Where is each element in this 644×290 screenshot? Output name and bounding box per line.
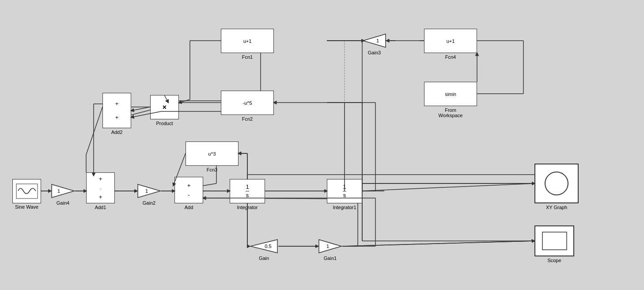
- add-label: Add: [174, 205, 203, 210]
- gain-label: Gain: [250, 256, 278, 261]
- add1-block[interactable]: + . +: [86, 172, 115, 203]
- sine-wave-block[interactable]: [12, 179, 41, 203]
- svg-marker-53: [138, 184, 160, 198]
- svg-text:1: 1: [57, 188, 60, 194]
- add1-label: Add1: [86, 205, 115, 210]
- fcn3-expr: u^3: [208, 151, 216, 156]
- gain3-label: Gain3: [362, 50, 386, 55]
- fcn1-expr: u+1: [243, 38, 252, 44]
- svg-text:1: 1: [326, 244, 329, 249]
- from-workspace-value: simin: [445, 92, 456, 97]
- gain-block[interactable]: 0.5: [250, 239, 278, 254]
- svg-point-61: [545, 172, 568, 195]
- fcn2-label: Fcn2: [221, 116, 274, 122]
- gain2-block[interactable]: 1: [137, 183, 161, 199]
- product-block[interactable]: ×: [150, 95, 179, 119]
- svg-marker-55: [363, 34, 386, 47]
- add-block[interactable]: + -: [174, 177, 203, 203]
- fcn3-label: Fcn3: [186, 167, 239, 172]
- scope-block[interactable]: [534, 225, 574, 256]
- fcn4-block[interactable]: u+1: [424, 29, 477, 53]
- svg-line-6: [362, 183, 534, 191]
- gain3-block[interactable]: 1: [362, 33, 386, 49]
- integrator-block[interactable]: 1 s: [230, 179, 265, 203]
- fcn2-expr: -u^5: [242, 100, 252, 106]
- from-workspace-block[interactable]: simin: [424, 82, 477, 106]
- svg-line-92: [342, 241, 534, 246]
- add2-block[interactable]: + +: [102, 93, 131, 128]
- product-label: Product: [150, 121, 179, 126]
- svg-rect-50: [16, 184, 38, 198]
- fcn2-block[interactable]: -u^5: [221, 91, 274, 115]
- xy-graph-block[interactable]: [534, 164, 579, 203]
- fcn3-block[interactable]: u^3: [186, 141, 239, 166]
- svg-marker-59: [319, 240, 341, 253]
- fcn4-expr: u+1: [447, 38, 455, 44]
- svg-text:1: 1: [376, 38, 379, 43]
- integrator1-block[interactable]: 1 s: [327, 179, 362, 203]
- integrator-label: Integrator: [230, 205, 265, 210]
- from-workspace-label: From Workspace: [424, 107, 477, 118]
- svg-marker-57: [250, 240, 277, 253]
- svg-marker-51: [52, 184, 74, 198]
- gain2-label: Gain2: [137, 200, 161, 206]
- simulink-canvas: Sine Wave 1 Gain4 + . + Add1 + + Add2 × …: [0, 0, 644, 290]
- svg-text:1: 1: [145, 188, 148, 194]
- fcn4-label: Fcn4: [424, 54, 477, 60]
- sine-wave-label: Sine Wave: [12, 204, 41, 210]
- svg-rect-62: [542, 232, 567, 250]
- svg-line-71: [132, 107, 150, 111]
- svg-line-27: [86, 107, 102, 155]
- gain1-block[interactable]: 1: [318, 239, 342, 254]
- gain4-block[interactable]: 1: [51, 183, 75, 199]
- svg-text:0.5: 0.5: [265, 244, 271, 249]
- svg-line-44: [342, 241, 534, 246]
- svg-line-97: [180, 99, 190, 103]
- add2-label: Add2: [102, 130, 131, 135]
- scope-label: Scope: [534, 258, 574, 263]
- integrator1-label: Integrator1: [327, 205, 362, 210]
- fcn1-label: Fcn1: [221, 54, 274, 60]
- gain1-label: Gain1: [318, 256, 342, 261]
- gain4-label: Gain4: [51, 200, 75, 206]
- svg-line-12: [203, 183, 216, 186]
- xy-graph-label: XY Graph: [534, 205, 579, 210]
- fcn1-block[interactable]: u+1: [221, 29, 274, 53]
